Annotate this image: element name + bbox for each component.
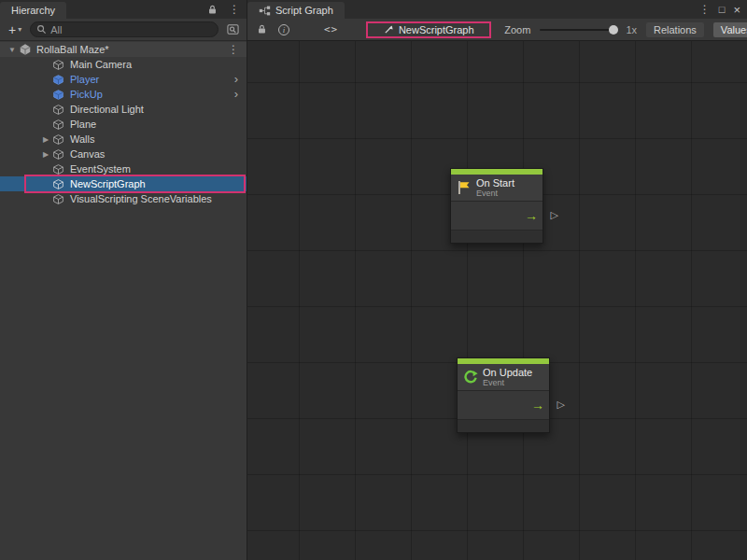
maximize-icon[interactable]: □ — [719, 4, 726, 15]
tree-row-label: NewScriptGraph — [70, 176, 146, 191]
tree-row-label: VisualScripting SceneVariables — [70, 191, 212, 206]
graph-lock-icon[interactable] — [253, 21, 270, 38]
loop-icon — [462, 370, 478, 385]
gameobject-icon — [52, 103, 65, 116]
chevron-down-icon: ▾ — [18, 25, 21, 34]
zoom-slider[interactable] — [540, 29, 616, 31]
tree-row-pickup[interactable]: PickUp › — [0, 87, 247, 102]
zoom-value: 1x — [626, 24, 637, 35]
node-title: On Update — [483, 367, 532, 378]
tree-row-scenevariables[interactable]: VisualScripting SceneVariables — [0, 191, 247, 206]
gameobject-icon — [52, 147, 65, 161]
tree-row-label: Player — [70, 72, 99, 87]
tree-row-label: EventSystem — [70, 161, 131, 176]
scene-name: RollaBall Maze* — [36, 42, 109, 57]
unity-editor: Hierarchy ⋮ + ▾ All — [0, 0, 747, 560]
values-button[interactable]: Values — [713, 22, 747, 37]
flow-output-icon[interactable]: → — [525, 209, 538, 222]
flag-icon — [456, 180, 472, 196]
graph-name-annotation[interactable]: NewScriptGraph — [366, 21, 491, 38]
hierarchy-tree: ▼ RollaBall Maze* ⋮ Main Camera — [0, 41, 247, 560]
tree-row-label: Canvas — [70, 147, 105, 161]
node-on-start[interactable]: On Start Event → ▷ — [450, 168, 543, 244]
window-menu-icon[interactable]: ⋮ — [699, 4, 711, 15]
flow-output-icon[interactable]: → — [531, 399, 544, 412]
tree-row-label: Plane — [70, 117, 96, 132]
gameobject-icon — [52, 177, 65, 190]
tree-row-newscriptgraph[interactable]: NewScriptGraph — [0, 176, 247, 191]
tree-row-label: Directional Light — [70, 102, 144, 117]
add-object-button[interactable]: + ▾ — [5, 22, 25, 37]
tree-row-canvas[interactable]: ▶ Canvas — [0, 147, 247, 161]
zoom-label: Zoom — [504, 24, 530, 35]
zoom-slider-thumb[interactable] — [609, 25, 618, 35]
script-graph-tabbar: Script Graph ⋮ □ × — [247, 0, 747, 19]
script-graph-panel: Script Graph ⋮ □ × i <> NewScriptGraph — [247, 0, 747, 560]
prefab-open-arrow-icon[interactable]: › — [234, 88, 247, 101]
node-subtitle: Event — [483, 378, 532, 387]
gameobject-icon — [52, 162, 65, 175]
gameobject-icon — [52, 58, 65, 71]
graph-canvas[interactable]: On Start Event → ▷ On U — [247, 41, 747, 560]
output-port-icon[interactable]: ▷ — [551, 210, 558, 220]
graph-tab-icon — [259, 5, 271, 17]
scene-row[interactable]: ▼ RollaBall Maze* ⋮ — [0, 42, 247, 57]
tree-row-plane[interactable]: Plane — [0, 117, 247, 132]
tree-row-label: Walls — [70, 132, 94, 147]
hierarchy-tab-label: Hierarchy — [11, 5, 55, 16]
node-on-update[interactable]: On Update Event → ▷ — [457, 357, 550, 433]
relations-button[interactable]: Relations — [646, 22, 704, 37]
tree-row-directional-light[interactable]: Directional Light — [0, 102, 247, 117]
expand-open-icon[interactable]: ▼ — [6, 46, 19, 54]
node-subtitle: Event — [476, 189, 514, 198]
gameobject-icon — [52, 133, 65, 146]
scene-menu-icon[interactable]: ⋮ — [228, 44, 247, 55]
tree-row-label: Main Camera — [70, 57, 132, 72]
graph-name: NewScriptGraph — [399, 24, 474, 35]
search-icon — [36, 24, 47, 35]
close-icon[interactable]: × — [733, 3, 740, 17]
expand-closed-icon[interactable]: ▶ — [39, 150, 52, 159]
plus-icon: + — [8, 23, 16, 36]
prefab-icon — [52, 88, 65, 101]
tree-row-label: PickUp — [70, 87, 103, 102]
code-view-icon[interactable]: <> — [324, 23, 338, 35]
search-window-button[interactable] — [223, 21, 242, 38]
hierarchy-toolbar: + ▾ All — [0, 19, 247, 41]
node-title: On Start — [476, 177, 514, 189]
window-controls: ⋮ □ × — [699, 0, 747, 19]
unity-scene-icon — [19, 43, 32, 56]
hierarchy-tabbar: Hierarchy ⋮ — [0, 0, 247, 19]
graph-tab-label: Script Graph — [275, 5, 333, 16]
tree-row-walls[interactable]: ▶ Walls — [0, 132, 247, 147]
graph-toolbar: i <> NewScriptGraph Zoom 1x Relations Va… — [247, 19, 747, 41]
hierarchy-search-input[interactable]: All — [30, 21, 218, 37]
tree-row-eventsystem[interactable]: EventSystem — [0, 161, 247, 176]
gameobject-icon — [52, 192, 65, 205]
graph-info-icon[interactable]: i — [275, 21, 292, 38]
tree-row-player[interactable]: Player › — [0, 72, 247, 87]
gameobject-icon — [52, 118, 65, 131]
prefab-open-arrow-icon[interactable]: › — [234, 73, 247, 86]
prefab-icon — [52, 73, 65, 86]
script-graph-asset-icon — [384, 24, 394, 35]
tree-row-main-camera[interactable]: Main Camera — [0, 57, 247, 72]
tab-script-graph[interactable]: Script Graph — [247, 2, 345, 19]
expand-closed-icon[interactable]: ▶ — [39, 135, 52, 144]
lock-icon[interactable] — [204, 1, 220, 18]
hierarchy-tab-controls: ⋮ — [204, 0, 247, 19]
hierarchy-panel: Hierarchy ⋮ + ▾ All — [0, 0, 247, 560]
search-value: All — [50, 24, 62, 35]
tab-hierarchy[interactable]: Hierarchy — [0, 2, 66, 19]
hierarchy-menu-icon[interactable]: ⋮ — [229, 4, 240, 15]
output-port-icon[interactable]: ▷ — [557, 399, 565, 410]
